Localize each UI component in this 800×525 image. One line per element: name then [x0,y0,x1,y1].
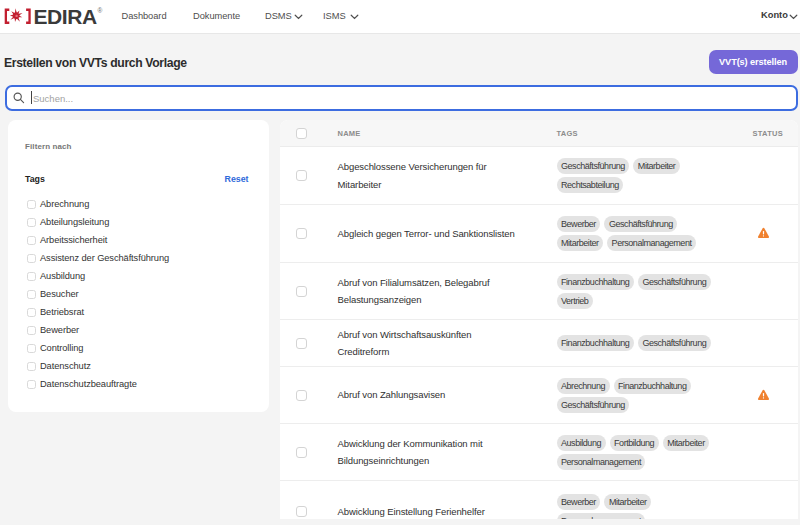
svg-text:®: ® [98,7,103,14]
svg-text:EDIRA: EDIRA [34,5,98,28]
